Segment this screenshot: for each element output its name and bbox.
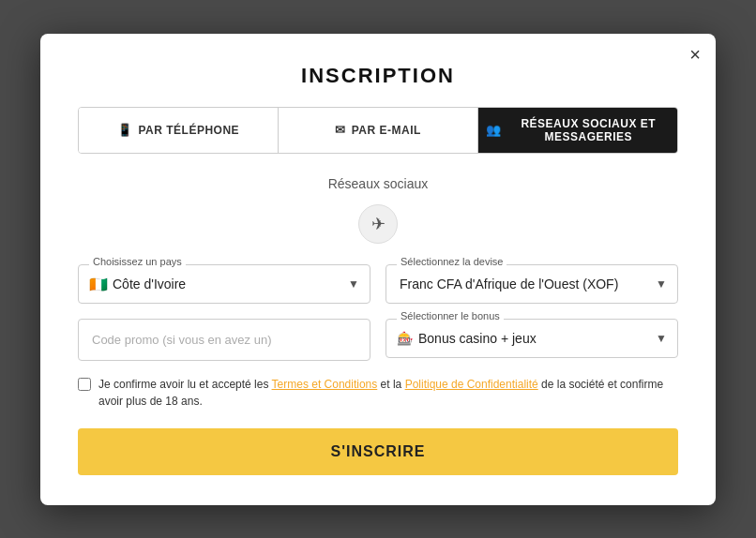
telegram-button[interactable]: ✈: [358, 204, 398, 244]
country-currency-row: Choisissez un pays 🇨🇮 Côte d'Ivoire ▼ Sé…: [78, 264, 678, 304]
submit-button[interactable]: S'INSCRIRE: [78, 428, 678, 475]
bonus-select-wrapper: 🎰 Bonus casino + jeux ▼: [386, 319, 678, 358]
social-section-label: Réseaux sociaux: [78, 176, 678, 191]
currency-label: Sélectionnez la devise: [397, 256, 507, 267]
tab-phone-label: PAR TÉLÉPHONE: [138, 124, 239, 137]
tab-email[interactable]: ✉ PAR E-MAIL: [279, 108, 478, 153]
social-icons-row: ✈: [78, 204, 678, 244]
terms-text: Je confirme avoir lu et accepté les Term…: [98, 376, 678, 410]
currency-select[interactable]: Franc CFA d'Afrique de l'Ouest (XOF): [386, 264, 678, 304]
tab-bar: 📱 PAR TÉLÉPHONE ✉ PAR E-MAIL 👥 RÉSEAUX S…: [78, 107, 678, 154]
tab-phone[interactable]: 📱 PAR TÉLÉPHONE: [79, 108, 279, 153]
modal: × INSCRIPTION 📱 PAR TÉLÉPHONE ✉ PAR E-MA…: [40, 34, 716, 505]
telegram-icon: ✈: [371, 214, 386, 234]
tab-social-label: RÉSEAUX SOCIAUX ET MESSAGERIES: [507, 117, 671, 143]
promo-bonus-row: Sélectionner le bonus 🎰 Bonus casino + j…: [78, 319, 678, 361]
terms-link[interactable]: Termes et Conditions: [272, 378, 378, 391]
modal-title: INSCRIPTION: [78, 64, 678, 88]
tab-social[interactable]: 👥 RÉSEAUX SOCIAUX ET MESSAGERIES: [478, 108, 677, 153]
bonus-label: Sélectionner le bonus: [397, 310, 504, 321]
terms-row: Je confirme avoir lu et accepté les Term…: [78, 376, 678, 410]
country-group: Choisissez un pays 🇨🇮 Côte d'Ivoire ▼: [78, 264, 370, 304]
terms-checkbox[interactable]: [78, 378, 91, 391]
bonus-group: Sélectionner le bonus 🎰 Bonus casino + j…: [386, 319, 678, 361]
country-select[interactable]: Côte d'Ivoire: [78, 264, 370, 304]
promo-group: [78, 319, 370, 361]
bonus-select[interactable]: Bonus casino + jeux: [386, 319, 678, 358]
phone-icon: 📱: [117, 123, 133, 137]
policy-link[interactable]: Politique de Confidentialité: [405, 378, 538, 391]
currency-select-wrapper: Franc CFA d'Afrique de l'Ouest (XOF) ▼: [386, 264, 678, 304]
tab-email-label: PAR E-MAIL: [352, 124, 421, 137]
close-button[interactable]: ×: [689, 45, 701, 64]
email-icon: ✉: [335, 123, 346, 137]
currency-group: Sélectionnez la devise Franc CFA d'Afriq…: [386, 264, 678, 304]
country-select-wrapper: 🇨🇮 Côte d'Ivoire ▼: [78, 264, 370, 304]
promo-input[interactable]: [78, 319, 370, 361]
social-tab-icon: 👥: [486, 123, 502, 137]
terms-text-middle: et la: [377, 378, 404, 391]
terms-text-before: Je confirme avoir lu et accepté les: [98, 378, 272, 391]
country-label: Choisissez un pays: [89, 256, 186, 267]
